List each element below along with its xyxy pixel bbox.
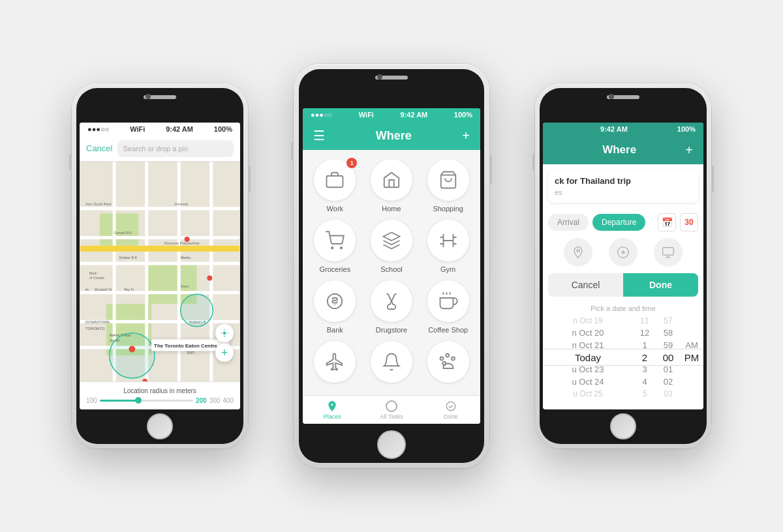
picker-date-oct25[interactable]: u Oct 25 [543,387,633,400]
place-item-work[interactable]: 1 Work [309,158,361,213]
cancel-button[interactable]: Cancel [86,143,112,153]
svg-point-48 [328,293,343,308]
medical-icon[interactable] [609,238,637,267]
svg-point-38 [185,237,190,242]
nav-done[interactable]: Done [421,396,480,424]
right-header: Where + [543,136,703,164]
svg-rect-5 [80,236,239,239]
radius-400: 400 [223,397,234,404]
menu-icon[interactable]: ☰ [313,128,325,143]
right-power [711,166,714,192]
picker-pm4[interactable] [680,387,703,400]
arrival-button[interactable]: Arrival [548,214,589,231]
icon-row [548,231,698,273]
svg-point-47 [341,247,343,249]
picker-am2[interactable] [680,327,703,340]
center-power [489,155,492,184]
picker-date-oct23[interactable]: u Oct 23 [543,363,633,376]
svg-point-53 [452,357,455,360]
picker-date-oct24[interactable]: u Oct 24 [543,376,633,388]
nav-all-tasks[interactable]: All Tasks [362,396,422,424]
action-done[interactable]: Done [623,273,698,297]
right-camera [609,94,614,99]
picker-hour-1[interactable]: 1 [633,339,656,351]
picker-min-59[interactable]: 59 [656,339,680,351]
battery-left: 100% [214,125,232,133]
picker-hour-3[interactable]: 3 [633,363,656,376]
add-place-icon[interactable]: + [462,128,470,143]
date-picker-hint: Pick a date and time [543,302,703,315]
location-icon[interactable] [564,238,592,267]
center-wifi: WiFi [359,111,374,119]
picker-pm[interactable]: PM [680,351,703,364]
search-input[interactable]: Search or drop a pin [117,140,234,157]
place-item-gym[interactable]: Gym [422,218,474,274]
add-location-fab[interactable]: + [215,344,234,362]
nav-places-label: Places [324,413,341,420]
nav-places[interactable]: Places [303,396,362,424]
right-home-button[interactable] [610,413,636,439]
place-item-drugstore[interactable]: Drugstore [366,279,418,334]
center-home-button[interactable] [377,430,406,459]
center-screen: ●●●○○ WiFi 9:42 AM 100% ☰ Where + [303,108,480,424]
task-sub: es [555,188,692,196]
location-fab[interactable] [215,324,234,342]
right-header-title: Where [602,143,636,156]
place-label-work: Work [327,205,343,213]
picker-pm2[interactable] [680,363,703,376]
picker-pm3[interactable] [680,376,703,388]
departure-button[interactable]: Departure [592,214,645,231]
svg-point-43 [223,332,226,335]
place-item-travel[interactable] [309,340,361,387]
place-item-home[interactable]: Home [366,158,418,213]
picker-min-01[interactable]: 01 [656,363,680,376]
date-number[interactable]: 30 [680,213,698,231]
picker-dates: n Oct 19 n Oct 20 n Oct 21 Today u Oct 2… [543,315,633,400]
device-icon[interactable] [654,238,683,267]
right-add-icon[interactable]: + [685,143,693,158]
home-button[interactable] [147,413,173,439]
place-circle-work: 1 [314,159,356,201]
svg-text:Sears: Sears [181,285,189,288]
picker-hour-4[interactable]: 4 [633,376,656,388]
picker-date-oct21[interactable]: n Oct 21 [543,339,633,351]
action-row: Cancel Done [548,273,698,297]
right-time: 9:42 AM [600,125,628,133]
picker-date-today[interactable]: Today [543,351,633,364]
place-item-paw[interactable] [422,340,474,387]
header-title: Where [325,129,462,143]
picker-am[interactable] [680,315,703,327]
place-item-bell[interactable] [366,340,418,387]
picker-min-03[interactable]: 03 [656,387,680,400]
action-cancel[interactable]: Cancel [548,273,623,297]
picker-hour-5[interactable]: 5 [633,387,656,400]
map-header: Cancel Search or drop a pin [80,136,240,162]
picker-min-02[interactable]: 02 [656,376,680,388]
place-item-groceries[interactable]: Groceries [309,218,361,274]
picker-hour-2[interactable]: 2 [633,351,656,364]
radius-300: 300 [209,397,221,404]
center-phone: ●●●○○ WiFi 9:42 AM 100% ☰ Where + [294,64,489,468]
svg-point-36 [129,346,135,352]
radius-label: Location radius in meters [86,387,234,394]
svg-rect-6 [80,262,239,265]
place-item-shopping[interactable]: Shopping [422,158,474,213]
picker-date-oct19[interactable]: n Oct 19 [543,315,633,327]
vol-button [69,154,72,170]
picker-am3[interactable]: AM [680,339,703,351]
picker-date-oct20[interactable]: n Oct 20 [543,327,633,340]
picker-hour-12[interactable]: 12 [633,327,656,340]
picker-min-00[interactable]: 00 [656,351,680,364]
places-grid: 1 Work Home [303,150,480,395]
picker-min-57[interactable]: 57 [656,315,680,327]
svg-text:Macke...: Macke... [181,256,193,259]
picker-hour-11[interactable]: 11 [633,315,656,327]
work-badge: 1 [346,158,357,168]
place-item-bank[interactable]: Bank [309,279,361,334]
picker-min-58[interactable]: 58 [656,327,680,340]
calendar-icon[interactable]: 📅 [658,213,676,231]
place-item-school[interactable]: School [366,218,418,274]
radius-slider[interactable] [100,400,193,402]
place-item-coffee[interactable]: Coffee Shop [422,279,474,334]
svg-text:Bay St: Bay St [124,288,134,291]
